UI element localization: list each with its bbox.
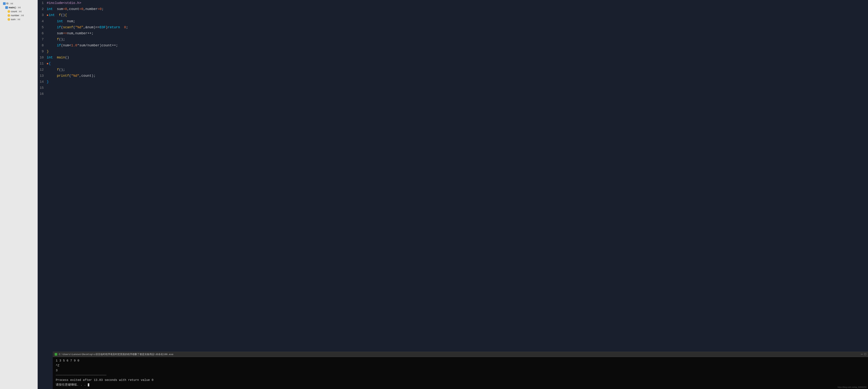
code-line-4: 4 int num;: [38, 18, 868, 24]
sidebar-item-sum[interactable]: sum : int: [0, 17, 37, 21]
code-line-14: 14 }: [38, 79, 868, 85]
code-line-15: 15: [38, 85, 868, 91]
code-line-2: 2 int sum=0,count=0,number=0;: [38, 6, 868, 12]
terminal-output-3: 3: [56, 368, 865, 373]
terminal-divider: ────────────────────────────: [56, 373, 865, 378]
terminal-process-line: Process exited after 13.83 seconds with …: [56, 378, 865, 383]
watermark: https://blog.csdn.net/qq_50868258: [838, 386, 867, 388]
terminal-icon: [55, 353, 57, 356]
code-line-9: 9 }: [38, 49, 868, 55]
sidebar: f0 : int main() : int count : int number…: [0, 0, 38, 389]
code-line-11: 11 ■{: [38, 60, 868, 67]
code-line-16: 16: [38, 91, 868, 97]
sidebar-item-count[interactable]: count : int: [0, 9, 37, 13]
code-line-6: 6 sum+=num,number++;: [38, 30, 868, 36]
yellow-dot-icon: [7, 18, 10, 21]
terminal-titlebar: C:\Users\Lenovo\Desktop\c语言临时程序请及时把里面的程序…: [53, 352, 868, 357]
code-editor[interactable]: 1 #include<stdio.h> 2 int sum=0,count=0,…: [38, 0, 868, 389]
code-line-13: 13 printf("%d",count);: [38, 73, 868, 79]
yellow-dot-icon: [7, 14, 10, 17]
terminal-window: C:\Users\Lenovo\Desktop\c语言临时程序请及时把里面的程序…: [53, 352, 868, 389]
terminal-output-1: 1 3 5 6 7 9 0: [56, 358, 865, 363]
code-line-10: 10 int main(): [38, 55, 868, 60]
sidebar-item-f0[interactable]: f0 : int: [0, 1, 37, 5]
blue-square-icon: [3, 2, 6, 5]
code-line-7: 7 f();: [38, 36, 868, 42]
blue-square-icon: [5, 6, 8, 9]
yellow-dot-icon: [7, 10, 10, 13]
terminal-body: 1 3 5 6 7 9 0 ^Z 3 ─────────────────────…: [53, 357, 868, 389]
code-line-3: 3 ■int f(){: [38, 12, 868, 18]
sidebar-item-main[interactable]: main() : int: [0, 5, 37, 9]
terminal-title: C:\Users\Lenovo\Desktop\c语言临时程序请及时把里面的程序…: [59, 353, 173, 356]
terminal-output-2: ^Z: [56, 363, 865, 368]
main-area: 1 #include<stdio.h> 2 int sum=0,count=0,…: [38, 0, 868, 389]
terminal-prompt: 请按任意键继续. . .: [56, 383, 865, 388]
code-line-1: 1 #include<stdio.h>: [38, 0, 868, 6]
code-line-12: 12 f();: [38, 67, 868, 73]
sidebar-item-number[interactable]: number : int: [0, 13, 37, 17]
code-line-5: 5 if(scanf("%d",&num)==EOF)return 0;: [38, 24, 868, 30]
maximize-button[interactable]: □: [864, 353, 866, 356]
minimize-button[interactable]: ─: [861, 353, 863, 356]
terminal-cursor: [88, 383, 89, 386]
code-line-8: 8 if(num<1.0*sum/number)count++;: [38, 42, 868, 49]
